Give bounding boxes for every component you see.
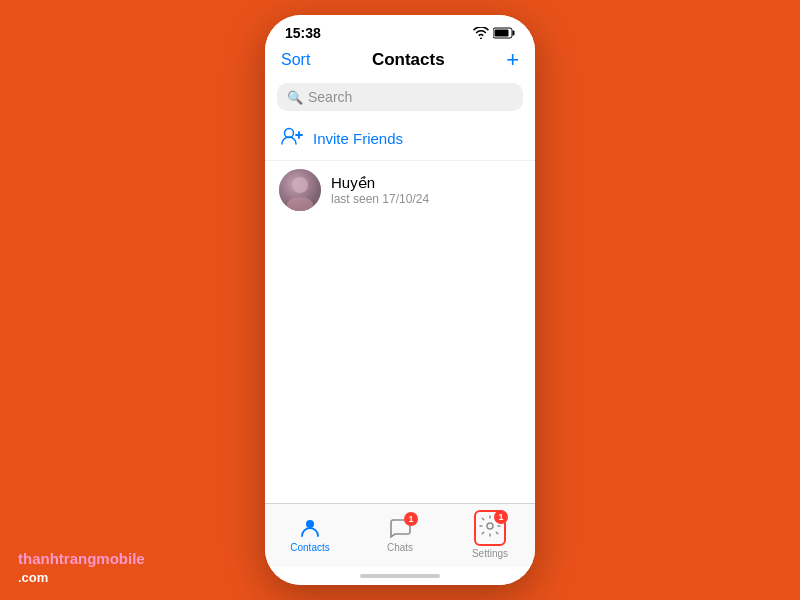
search-icon: 🔍 xyxy=(287,90,303,105)
invite-friends-row[interactable]: Invite Friends xyxy=(265,117,535,160)
contact-avatar xyxy=(279,169,321,211)
contact-name: Huyền xyxy=(331,174,429,192)
search-bar: 🔍 xyxy=(277,83,523,111)
svg-point-9 xyxy=(306,520,314,528)
tab-settings-icon-wrap: 1 xyxy=(478,514,502,538)
watermark: thanhtrangmobile .com xyxy=(18,550,145,586)
battery-icon xyxy=(493,27,515,39)
tab-settings-box: 1 xyxy=(474,510,506,546)
chats-badge: 1 xyxy=(404,512,418,526)
invite-icon xyxy=(281,127,303,150)
nav-bar: Sort Contacts + xyxy=(265,45,535,79)
tab-chats-label: Chats xyxy=(387,542,413,553)
tab-bar: Contacts 1 Chats 1 xyxy=(265,503,535,567)
svg-rect-1 xyxy=(513,31,515,36)
contact-row[interactable]: Huyền last seen 17/10/24 xyxy=(265,160,535,219)
add-contact-button[interactable]: + xyxy=(506,49,519,71)
tab-settings-label: Settings xyxy=(472,548,508,559)
search-input[interactable] xyxy=(308,89,513,105)
avatar-image xyxy=(279,169,321,211)
contact-last-seen: last seen 17/10/24 xyxy=(331,192,429,206)
phone-frame: 15:38 Sort Contacts + 🔍 xyxy=(265,15,535,585)
sort-button[interactable]: Sort xyxy=(281,51,310,69)
watermark-com: .com xyxy=(18,570,48,585)
page-title: Contacts xyxy=(372,50,445,70)
svg-rect-2 xyxy=(495,30,509,37)
status-icons xyxy=(473,27,515,39)
tab-contacts[interactable]: Contacts xyxy=(265,516,355,553)
watermark-brand: thanhtrangmobile xyxy=(18,550,145,567)
wifi-icon xyxy=(473,27,489,39)
time-display: 15:38 xyxy=(285,25,321,41)
tab-contacts-label: Contacts xyxy=(290,542,329,553)
tab-contacts-icon-wrap xyxy=(298,516,322,540)
home-indicator-bar xyxy=(360,574,440,578)
svg-point-10 xyxy=(487,523,493,529)
contacts-list: Invite Friends xyxy=(265,117,535,503)
home-indicator xyxy=(265,567,535,585)
invite-friends-label: Invite Friends xyxy=(313,130,403,147)
contact-info: Huyền last seen 17/10/24 xyxy=(331,174,429,206)
tab-chats[interactable]: 1 Chats xyxy=(355,516,445,553)
settings-badge: 1 xyxy=(494,510,508,524)
tab-settings[interactable]: 1 Settings xyxy=(445,510,535,559)
svg-point-3 xyxy=(285,129,294,138)
status-bar: 15:38 xyxy=(265,15,535,45)
contacts-tab-icon xyxy=(298,516,322,540)
svg-point-7 xyxy=(292,177,308,193)
tab-chats-icon-wrap: 1 xyxy=(388,516,412,540)
